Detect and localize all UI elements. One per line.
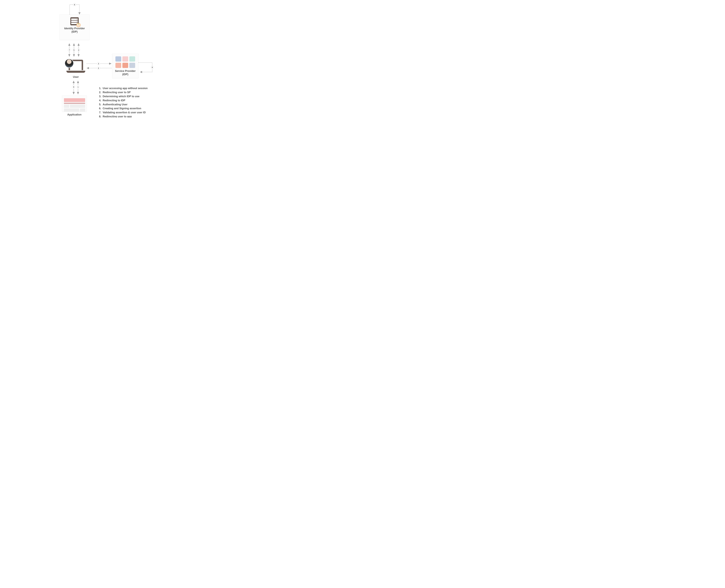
sp-title-1: Service Provider bbox=[115, 69, 136, 72]
application-label: Application bbox=[62, 113, 87, 116]
idp-title-1: Identity Provider bbox=[64, 27, 85, 30]
lock-badge-icon bbox=[76, 23, 80, 27]
legend-item: 1User accessing app without session bbox=[99, 86, 148, 90]
sp-title-2: (IDP) bbox=[122, 73, 128, 76]
step-badge-8: 8 bbox=[150, 66, 154, 69]
step-badge-7: 7 bbox=[68, 48, 71, 51]
sp-node: Service Provider (IDP) bbox=[112, 54, 139, 78]
step-badge-4: 4 bbox=[77, 48, 80, 51]
legend: 1User accessing app without session 2Red… bbox=[99, 86, 148, 118]
step-badge-5: 5 bbox=[72, 48, 76, 51]
laptop-icon bbox=[66, 60, 85, 73]
step-badge-1: 1 bbox=[76, 85, 80, 88]
legend-item: 5Authenticating User bbox=[99, 103, 148, 107]
legend-item: 8Redirecting user to app bbox=[99, 114, 148, 118]
legend-item: 6Creating and Signing assertion bbox=[99, 106, 148, 110]
step-badge-6: 6 bbox=[73, 3, 76, 6]
user-avatar-icon bbox=[65, 59, 73, 67]
legend-item: 2Redirecting user to SP bbox=[99, 90, 148, 94]
step-badge-9: 9 bbox=[72, 85, 75, 88]
application-node bbox=[62, 96, 87, 112]
user-label: User bbox=[65, 76, 87, 79]
user-node bbox=[65, 60, 87, 73]
idp-title-2: (IDP) bbox=[72, 30, 78, 33]
step-badge-2: 2 bbox=[97, 66, 100, 70]
legend-item: 4Redirecting to IDP bbox=[99, 99, 148, 103]
idp-node: Identity Provider (IDP) bbox=[60, 15, 89, 40]
legend-item: 3Determining which IDP to use bbox=[99, 94, 148, 99]
step-badge-3: 3 bbox=[97, 62, 100, 65]
server-icon bbox=[70, 17, 79, 25]
legend-item: 7Validating assertion & user user ID bbox=[99, 110, 148, 114]
apps-grid-icon bbox=[114, 56, 137, 68]
webpage-icon bbox=[64, 98, 85, 112]
